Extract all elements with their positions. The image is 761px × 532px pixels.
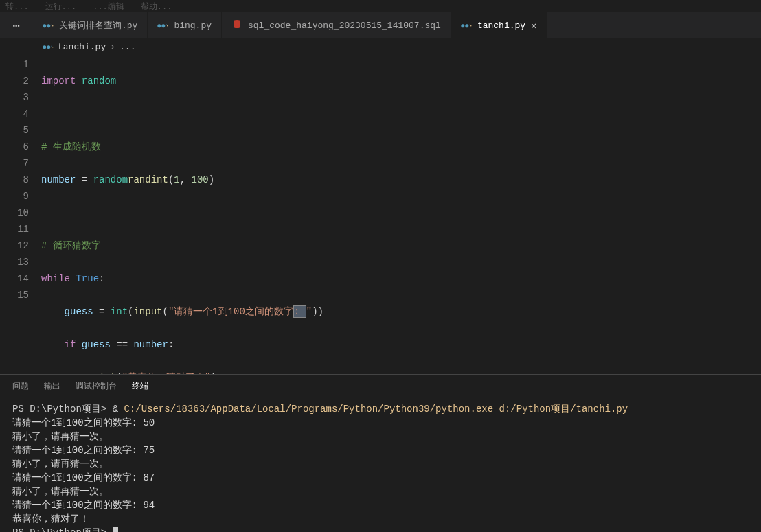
terminal-line: 请猜一个1到100之间的数字: 94 <box>12 498 749 512</box>
breadcrumb-file[interactable]: tanchi.py <box>58 42 106 52</box>
editor-tabs: ⋯ 关键词排名查询.pybing.pysql_code_haiyong_2023… <box>0 12 761 38</box>
line-number: 10 <box>0 205 29 221</box>
svg-point-6 <box>234 25 240 28</box>
panel-tabs: 问题输出调试控制台终端 <box>0 375 761 400</box>
menubar: 转... 运行... ...编辑 帮助... <box>0 0 761 12</box>
terminal-line: 恭喜你，猜对了！ <box>12 512 749 526</box>
cursor <box>113 527 118 532</box>
panel-tab[interactable]: 问题 <box>12 380 29 395</box>
python-icon <box>461 20 472 31</box>
editor[interactable]: 123456789101112131415 import random # 生成… <box>0 55 761 374</box>
terminal[interactable]: PS D:\Python项目> & C:/Users/18363/AppData… <box>0 400 761 532</box>
terminal-line: 猜小了，请再猜一次。 <box>12 430 749 443</box>
editor-tab[interactable]: sql_code_haiyong_20230515_141007.sql <box>222 12 451 38</box>
svg-point-1 <box>52 25 54 27</box>
terminal-line: 请猜一个1到100之间的数字: 75 <box>12 443 749 457</box>
line-number: 3 <box>0 89 29 106</box>
line-gutter: 123456789101112131415 <box>0 55 41 374</box>
terminal-line: PS D:\Python项目> <box>12 526 749 532</box>
code-area[interactable]: import random # 生成随机数 number = randomran… <box>41 55 761 374</box>
svg-point-7 <box>469 25 470 26</box>
svg-point-10 <box>52 47 54 48</box>
panel-tab[interactable]: 输出 <box>44 380 60 395</box>
svg-point-3 <box>167 25 168 27</box>
svg-point-0 <box>52 25 53 26</box>
line-number: 4 <box>0 106 29 122</box>
terminal-line: 猜小了，请再猜一次。 <box>12 485 749 498</box>
tab-label: 关键词排名查询.py <box>59 19 137 32</box>
line-number: 11 <box>0 221 29 238</box>
line-number: 7 <box>0 155 29 172</box>
python-icon <box>43 41 54 52</box>
tab-label: sql_code_haiyong_20230515_141007.sql <box>248 21 441 31</box>
terminal-line: PS D:\Python项目> & C:/Users/18363/AppData… <box>12 402 749 416</box>
line-number: 1 <box>0 56 29 73</box>
editor-tab[interactable]: bing.py <box>148 12 222 38</box>
line-number: 5 <box>0 122 29 139</box>
overflow-icon[interactable]: ⋯ <box>0 12 33 38</box>
line-number: 2 <box>0 73 29 89</box>
menu-item[interactable]: 转... 运行... ...编辑 帮助... <box>5 1 172 12</box>
line-number: 14 <box>0 270 29 287</box>
python-icon <box>43 20 54 31</box>
tab-label: tanchi.py <box>477 21 525 31</box>
close-icon[interactable]: ✕ <box>531 20 536 32</box>
bottom-panel: 问题输出调试控制台终端 PS D:\Python项目> & C:/Users/1… <box>0 374 761 532</box>
editor-tab[interactable]: tanchi.py✕ <box>451 12 547 38</box>
editor-tab[interactable]: 关键词排名查询.py <box>33 12 148 38</box>
tab-label: bing.py <box>174 21 212 31</box>
breadcrumb[interactable]: tanchi.py › ... <box>0 38 761 55</box>
terminal-line: 请猜一个1到100之间的数字: 87 <box>12 471 749 485</box>
breadcrumb-rest[interactable]: ... <box>120 42 135 52</box>
panel-tab[interactable]: 调试控制台 <box>76 380 117 395</box>
python-icon <box>157 20 168 31</box>
panel-tab[interactable]: 终端 <box>132 380 148 395</box>
line-number: 13 <box>0 254 29 270</box>
line-number: 12 <box>0 238 29 254</box>
line-number: 15 <box>0 287 29 303</box>
chevron-right-icon: › <box>110 42 115 52</box>
terminal-line: 猜小了，请再猜一次。 <box>12 457 749 471</box>
svg-point-9 <box>52 46 53 47</box>
line-number: 6 <box>0 139 29 155</box>
svg-point-2 <box>166 25 168 26</box>
svg-point-8 <box>470 25 472 27</box>
line-number: 9 <box>0 188 29 205</box>
terminal-line: 请猜一个1到100之间的数字: 50 <box>12 416 749 430</box>
database-icon <box>231 19 242 32</box>
line-number: 8 <box>0 172 29 188</box>
